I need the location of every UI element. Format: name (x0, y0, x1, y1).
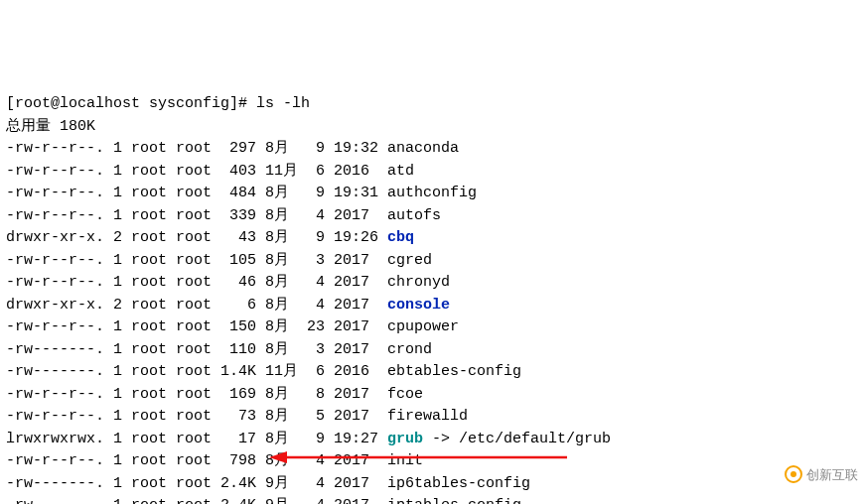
file-name: iptables-config (387, 497, 521, 504)
file-name: ebtables-config (387, 363, 521, 380)
file-name: firewalld (387, 408, 468, 425)
shell-prompt: [root@localhost sysconfig]# (6, 95, 256, 112)
listing-row: -rw-r--r--. 1 root root 798 8月 4 2017 in… (6, 450, 858, 473)
listing-row: lrwxrwxrwx. 1 root root 17 8月 9 19:27 gr… (6, 429, 858, 451)
file-name: fcoe (387, 386, 423, 403)
file-name: grub (387, 431, 423, 447)
listing-row: -rw-r--r--. 1 root root 105 8月 3 2017 cg… (6, 250, 858, 273)
total-line: 总用量 180K (6, 116, 858, 139)
file-name: crond (387, 341, 432, 358)
listing-row: -rw-r--r--. 1 root root 403 11月 6 2016 a… (6, 161, 858, 184)
listing-row: -rw-------. 1 root root 2.4K 9月 4 2017 i… (6, 495, 858, 504)
listing-row: -rw-r--r--. 1 root root 73 8月 5 2017 fir… (6, 406, 858, 429)
file-name: cpupower (387, 318, 459, 335)
file-name: autofs (387, 207, 441, 224)
file-name: chronyd (387, 274, 450, 291)
file-name: init (387, 452, 423, 469)
listing-row: -rw-r--r--. 1 root root 484 8月 9 19:31 a… (6, 183, 858, 205)
listing-row: -rw-r--r--. 1 root root 339 8月 4 2017 au… (6, 205, 858, 228)
listing-row: -rw-------. 1 root root 110 8月 3 2017 cr… (6, 339, 858, 362)
file-name: console (387, 297, 450, 314)
listing-row: -rw-r--r--. 1 root root 297 8月 9 19:32 a… (6, 138, 858, 161)
file-name: ip6tables-config (387, 475, 530, 492)
listing-row: -rw-r--r--. 1 root root 46 8月 4 2017 chr… (6, 272, 858, 295)
terminal-output: [root@localhost sysconfig]# ls -lh总用量 18… (6, 93, 858, 504)
listing-row: drwxr-xr-x. 2 root root 43 8月 9 19:26 cb… (6, 227, 858, 250)
listing-row: -rw-r--r--. 1 root root 150 8月 23 2017 c… (6, 316, 858, 339)
file-name: cgred (387, 252, 432, 269)
prompt-line: [root@localhost sysconfig]# ls -lh (6, 93, 858, 116)
symlink-target: -> /etc/default/grub (423, 431, 611, 447)
file-name: anaconda (387, 140, 459, 157)
listing-row: -rw-------. 1 root root 2.4K 9月 4 2017 i… (6, 473, 858, 496)
listing-row: -rw-r--r--. 1 root root 169 8月 8 2017 fc… (6, 384, 858, 407)
listing-row: drwxr-xr-x. 2 root root 6 8月 4 2017 cons… (6, 295, 858, 317)
command-text: ls -lh (256, 95, 310, 112)
file-name: cbq (387, 229, 414, 246)
file-name: atd (387, 163, 414, 180)
listing-row: -rw-------. 1 root root 1.4K 11月 6 2016 … (6, 361, 858, 384)
file-name: authconfig (387, 185, 477, 201)
